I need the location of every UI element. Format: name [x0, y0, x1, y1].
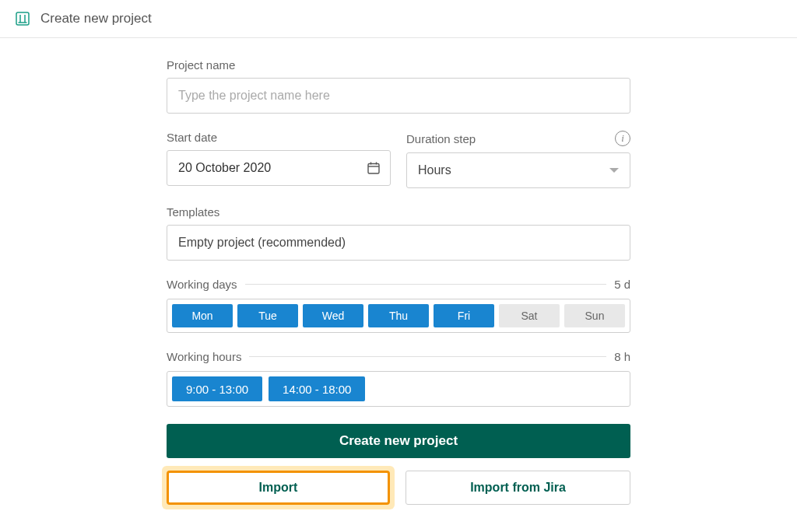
templates-select[interactable]: Empty project (recommended) — [167, 225, 630, 261]
day-chip-tue[interactable]: Tue — [237, 304, 298, 327]
working-hours-summary: 8 h — [614, 350, 630, 363]
working-hours-label: Working hours — [167, 350, 241, 363]
templates-label: Templates — [167, 205, 630, 219]
calendar-icon[interactable] — [366, 160, 381, 176]
page-header: Create new project — [0, 0, 797, 38]
divider — [245, 284, 607, 285]
import-highlight: Import — [162, 466, 395, 509]
page-title: Create new project — [40, 11, 152, 26]
day-chip-fri[interactable]: Fri — [434, 304, 494, 327]
create-project-button[interactable]: Create new project — [167, 424, 630, 458]
duration-step-select[interactable]: Hours — [406, 152, 630, 188]
day-chip-wed[interactable]: Wed — [303, 304, 363, 327]
create-project-form: Project name Start date Duration step — [167, 38, 630, 525]
templates-value: Empty project (recommended) — [178, 236, 346, 250]
day-chip-thu[interactable]: Thu — [368, 304, 429, 327]
working-days-container: MonTueWedThuFriSatSun — [167, 299, 630, 333]
start-date-input[interactable] — [167, 150, 391, 186]
duration-step-label: Duration step — [406, 132, 476, 145]
import-button[interactable]: Import — [167, 471, 390, 505]
working-days-summary: 5 d — [614, 278, 630, 291]
hour-range-chip[interactable]: 9:00 - 13:00 — [172, 376, 262, 401]
working-days-label: Working days — [167, 278, 237, 291]
import-from-jira-button[interactable]: Import from Jira — [406, 471, 630, 505]
day-chip-mon[interactable]: Mon — [172, 304, 233, 327]
project-name-label: Project name — [167, 58, 630, 72]
hour-range-chip[interactable]: 14:00 - 18:00 — [269, 376, 365, 401]
duration-step-value: Hours — [418, 163, 451, 177]
svg-rect-4 — [368, 164, 379, 174]
project-name-input[interactable] — [167, 78, 630, 114]
info-icon[interactable]: i — [615, 131, 630, 146]
working-hours-container: 9:00 - 13:0014:00 - 18:00 — [167, 371, 630, 407]
divider — [249, 356, 606, 357]
day-chip-sun[interactable]: Sun — [564, 304, 625, 327]
app-logo-icon — [16, 12, 30, 26]
day-chip-sat[interactable]: Sat — [499, 304, 560, 327]
start-date-label: Start date — [167, 131, 391, 144]
chevron-down-icon — [609, 168, 619, 173]
